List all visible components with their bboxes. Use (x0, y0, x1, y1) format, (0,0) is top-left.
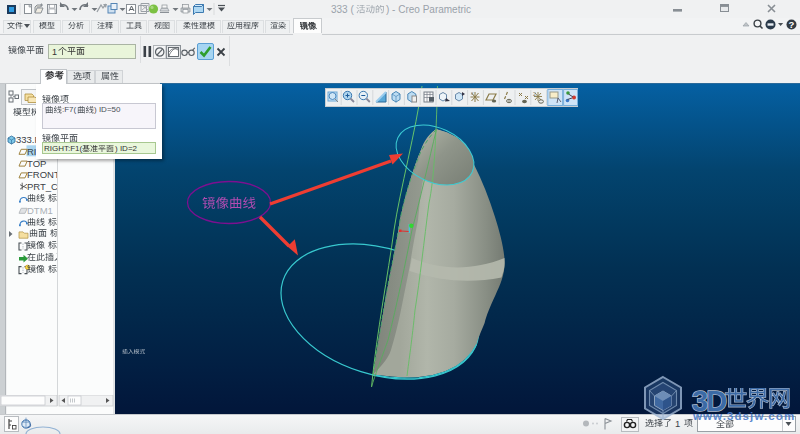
svg-text:?: ? (789, 19, 795, 30)
svg-text:2: 2 (533, 91, 536, 97)
